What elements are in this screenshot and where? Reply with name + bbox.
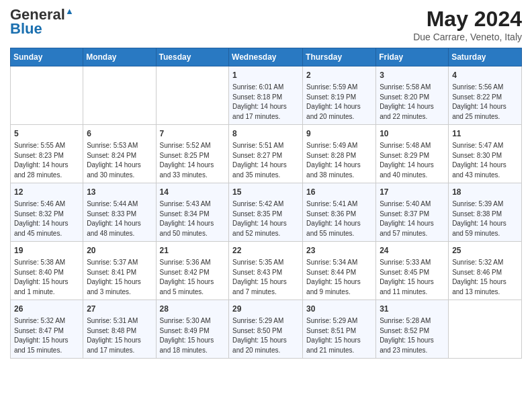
cell-info: Sunrise: 5:55 AM Sunset: 8:23 PM Dayligh… <box>14 141 79 180</box>
calendar-cell: 5Sunrise: 5:55 AM Sunset: 8:23 PM Daylig… <box>11 125 83 183</box>
day-number: 28 <box>160 303 226 315</box>
cell-info: Sunrise: 5:52 AM Sunset: 8:25 PM Dayligh… <box>160 141 226 180</box>
cell-info: Sunrise: 5:43 AM Sunset: 8:34 PM Dayligh… <box>160 199 226 238</box>
day-number: 10 <box>380 128 445 140</box>
col-header-sunday: Sunday <box>11 48 83 66</box>
calendar-cell: 20Sunrise: 5:37 AM Sunset: 8:41 PM Dayli… <box>83 242 156 300</box>
logo: General▲ Blue <box>10 7 74 37</box>
calendar-week-3: 12Sunrise: 5:46 AM Sunset: 8:32 PM Dayli… <box>11 183 522 242</box>
day-number: 8 <box>232 128 299 140</box>
col-header-thursday: Thursday <box>303 48 376 66</box>
day-number: 24 <box>380 244 445 257</box>
month-year: May 2024 <box>413 7 522 32</box>
day-number: 5 <box>14 128 79 140</box>
cell-info: Sunrise: 5:42 AM Sunset: 8:35 PM Dayligh… <box>232 199 299 238</box>
calendar-cell: 27Sunrise: 5:31 AM Sunset: 8:48 PM Dayli… <box>83 300 156 359</box>
day-number: 25 <box>452 244 518 257</box>
col-header-wednesday: Wednesday <box>229 48 303 66</box>
day-number: 7 <box>160 128 226 140</box>
cell-info: Sunrise: 5:44 AM Sunset: 8:33 PM Dayligh… <box>87 199 152 238</box>
cell-info: Sunrise: 5:34 AM Sunset: 8:44 PM Dayligh… <box>306 258 372 297</box>
calendar-cell: 9Sunrise: 5:49 AM Sunset: 8:28 PM Daylig… <box>303 125 376 183</box>
calendar-cell: 28Sunrise: 5:30 AM Sunset: 8:49 PM Dayli… <box>156 300 229 359</box>
cell-info: Sunrise: 5:58 AM Sunset: 8:20 PM Dayligh… <box>380 83 445 122</box>
day-number: 23 <box>306 244 372 257</box>
calendar-cell: 7Sunrise: 5:52 AM Sunset: 8:25 PM Daylig… <box>156 125 229 183</box>
day-number: 16 <box>306 186 372 198</box>
day-number: 27 <box>87 303 152 315</box>
cell-info: Sunrise: 5:56 AM Sunset: 8:22 PM Dayligh… <box>452 83 518 122</box>
calendar-cell: 6Sunrise: 5:53 AM Sunset: 8:24 PM Daylig… <box>83 125 156 183</box>
calendar-cell: 18Sunrise: 5:39 AM Sunset: 8:38 PM Dayli… <box>449 183 522 242</box>
calendar-week-5: 26Sunrise: 5:32 AM Sunset: 8:47 PM Dayli… <box>11 300 522 359</box>
col-header-saturday: Saturday <box>449 48 522 66</box>
cell-info: Sunrise: 6:01 AM Sunset: 8:18 PM Dayligh… <box>232 83 299 122</box>
cell-info: Sunrise: 5:36 AM Sunset: 8:42 PM Dayligh… <box>160 258 226 297</box>
cell-info: Sunrise: 5:33 AM Sunset: 8:45 PM Dayligh… <box>380 258 445 297</box>
cell-info: Sunrise: 5:48 AM Sunset: 8:29 PM Dayligh… <box>380 141 445 180</box>
day-number: 4 <box>452 69 518 81</box>
day-number: 3 <box>380 69 445 81</box>
calendar-cell: 25Sunrise: 5:32 AM Sunset: 8:46 PM Dayli… <box>449 242 522 300</box>
calendar-cell <box>11 66 83 125</box>
day-number: 29 <box>232 303 299 315</box>
cell-info: Sunrise: 5:49 AM Sunset: 8:28 PM Dayligh… <box>306 141 372 180</box>
day-number: 19 <box>14 244 79 257</box>
day-number: 11 <box>452 128 518 140</box>
calendar-cell: 23Sunrise: 5:34 AM Sunset: 8:44 PM Dayli… <box>303 242 376 300</box>
calendar-cell: 3Sunrise: 5:58 AM Sunset: 8:20 PM Daylig… <box>376 66 449 125</box>
day-number: 1 <box>232 69 299 81</box>
day-number: 26 <box>14 303 79 315</box>
day-number: 21 <box>160 244 226 257</box>
calendar-cell: 14Sunrise: 5:43 AM Sunset: 8:34 PM Dayli… <box>156 183 229 242</box>
cell-info: Sunrise: 5:30 AM Sunset: 8:49 PM Dayligh… <box>160 316 226 355</box>
day-number: 30 <box>306 303 372 315</box>
cell-info: Sunrise: 5:37 AM Sunset: 8:41 PM Dayligh… <box>87 258 152 297</box>
calendar-week-2: 5Sunrise: 5:55 AM Sunset: 8:23 PM Daylig… <box>11 125 522 183</box>
cell-info: Sunrise: 5:47 AM Sunset: 8:30 PM Dayligh… <box>452 141 518 180</box>
calendar-week-1: 1Sunrise: 6:01 AM Sunset: 8:18 PM Daylig… <box>11 66 522 125</box>
calendar-cell: 4Sunrise: 5:56 AM Sunset: 8:22 PM Daylig… <box>449 66 522 125</box>
day-number: 18 <box>452 186 518 198</box>
cell-info: Sunrise: 5:28 AM Sunset: 8:52 PM Dayligh… <box>380 316 445 355</box>
calendar-cell: 12Sunrise: 5:46 AM Sunset: 8:32 PM Dayli… <box>11 183 83 242</box>
calendar-cell: 15Sunrise: 5:42 AM Sunset: 8:35 PM Dayli… <box>229 183 303 242</box>
cell-info: Sunrise: 5:35 AM Sunset: 8:43 PM Dayligh… <box>232 258 299 297</box>
calendar-cell: 2Sunrise: 5:59 AM Sunset: 8:19 PM Daylig… <box>303 66 376 125</box>
calendar-cell: 16Sunrise: 5:41 AM Sunset: 8:36 PM Dayli… <box>303 183 376 242</box>
calendar-week-4: 19Sunrise: 5:38 AM Sunset: 8:40 PM Dayli… <box>11 242 522 300</box>
cell-info: Sunrise: 5:31 AM Sunset: 8:48 PM Dayligh… <box>87 316 152 355</box>
cell-info: Sunrise: 5:40 AM Sunset: 8:37 PM Dayligh… <box>380 199 445 238</box>
day-number: 20 <box>87 244 152 257</box>
col-header-monday: Monday <box>83 48 156 66</box>
calendar-cell: 22Sunrise: 5:35 AM Sunset: 8:43 PM Dayli… <box>229 242 303 300</box>
col-header-tuesday: Tuesday <box>156 48 229 66</box>
day-number: 2 <box>306 69 372 81</box>
calendar-cell: 29Sunrise: 5:29 AM Sunset: 8:50 PM Dayli… <box>229 300 303 359</box>
calendar-cell: 10Sunrise: 5:48 AM Sunset: 8:29 PM Dayli… <box>376 125 449 183</box>
calendar-cell: 24Sunrise: 5:33 AM Sunset: 8:45 PM Dayli… <box>376 242 449 300</box>
calendar-cell: 17Sunrise: 5:40 AM Sunset: 8:37 PM Dayli… <box>376 183 449 242</box>
calendar-cell <box>83 66 156 125</box>
cell-info: Sunrise: 5:38 AM Sunset: 8:40 PM Dayligh… <box>14 258 79 297</box>
day-number: 14 <box>160 186 226 198</box>
title-block: May 2024 Due Carrare, Veneto, Italy <box>413 7 522 42</box>
cell-info: Sunrise: 5:39 AM Sunset: 8:38 PM Dayligh… <box>452 199 518 238</box>
day-number: 17 <box>380 186 445 198</box>
col-header-friday: Friday <box>376 48 449 66</box>
day-number: 12 <box>14 186 79 198</box>
cell-info: Sunrise: 5:53 AM Sunset: 8:24 PM Dayligh… <box>87 141 152 180</box>
logo-blue: Blue <box>10 21 42 37</box>
day-number: 9 <box>306 128 372 140</box>
calendar-cell: 26Sunrise: 5:32 AM Sunset: 8:47 PM Dayli… <box>11 300 83 359</box>
day-number: 22 <box>232 244 299 257</box>
page-header: General▲ Blue May 2024 Due Carrare, Vene… <box>10 7 522 42</box>
day-number: 31 <box>380 303 445 315</box>
calendar-cell: 13Sunrise: 5:44 AM Sunset: 8:33 PM Dayli… <box>83 183 156 242</box>
calendar-table: SundayMondayTuesdayWednesdayThursdayFrid… <box>10 48 522 359</box>
calendar-cell <box>449 300 522 359</box>
calendar-cell <box>156 66 229 125</box>
day-number: 13 <box>87 186 152 198</box>
cell-info: Sunrise: 5:32 AM Sunset: 8:47 PM Dayligh… <box>14 316 79 355</box>
calendar-cell: 21Sunrise: 5:36 AM Sunset: 8:42 PM Dayli… <box>156 242 229 300</box>
